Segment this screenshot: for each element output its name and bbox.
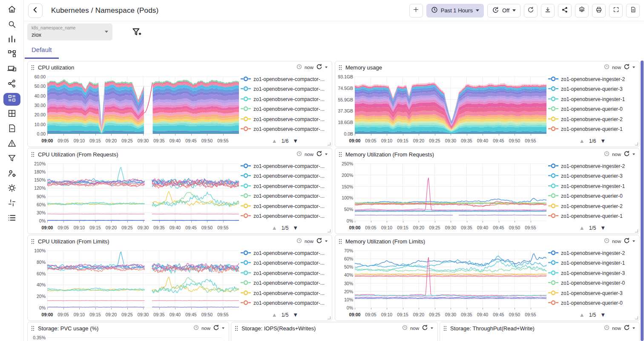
legend-item[interactable]: zo1-openobserve-querier-1	[548, 124, 637, 135]
legend-page-up-icon[interactable]: ▲	[579, 225, 585, 231]
legend-page-down-icon[interactable]: ▼	[293, 138, 298, 144]
sidebar-item-rum[interactable]	[3, 63, 20, 76]
drag-handle-icon[interactable]	[339, 239, 342, 244]
panel-refresh-icon[interactable]	[624, 324, 630, 332]
sidebar-item-slack[interactable]	[3, 197, 20, 210]
chart-plot[interactable]	[355, 77, 546, 134]
legend-item[interactable]: zo1-openobserve-ingester-2	[548, 74, 637, 84]
back-button[interactable]	[28, 3, 43, 18]
sidebar-item-streams[interactable]	[3, 108, 20, 121]
legend-item[interactable]: zo1-openobserve-compactor-...	[241, 211, 329, 222]
panel-menu-caret-icon[interactable]	[431, 327, 433, 329]
legend-item[interactable]: zo1-openobserve-compactor-...	[241, 104, 329, 115]
sidebar-item-search[interactable]	[3, 19, 20, 32]
panel-menu-caret-icon[interactable]	[325, 240, 328, 242]
sidebar-item-functions[interactable]	[3, 153, 20, 165]
legend-item[interactable]: zo1-openobserve-compactor-...	[241, 114, 329, 124]
legend-item[interactable]: zo1-openobserve-compactor-...	[241, 171, 329, 182]
legend-item[interactable]: zo1-openobserve-compactor-...	[241, 278, 329, 289]
legend-item[interactable]: zo1-openobserve-querier-0	[548, 104, 637, 115]
legend-page-down-icon[interactable]: ▼	[293, 312, 298, 318]
auto-refresh-picker[interactable]: Off	[487, 4, 520, 17]
chart-plot[interactable]	[47, 338, 223, 341]
sidebar-item-pipelines[interactable]	[3, 48, 20, 61]
panel-menu-caret-icon[interactable]	[325, 66, 328, 68]
chart-plot[interactable]	[47, 251, 239, 308]
legend-item[interactable]: zo1-openobserve-compactor-...	[241, 84, 329, 95]
legend-page-down-icon[interactable]: ▼	[293, 225, 298, 231]
fullscreen-button[interactable]	[609, 4, 623, 17]
add-panel-button[interactable]	[409, 4, 423, 17]
drag-handle-icon[interactable]	[31, 326, 34, 331]
drag-handle-icon[interactable]	[339, 65, 342, 70]
vertical-scrollbar[interactable]	[641, 61, 644, 341]
legend-page-down-icon[interactable]: ▼	[600, 225, 606, 231]
chart-plot[interactable]	[355, 164, 546, 221]
legend-item[interactable]: zo1-openobserve-compactor-...	[241, 191, 329, 202]
sidebar-item-menu[interactable]	[3, 212, 20, 225]
legend-item[interactable]: zo1-openobserve-querier-0	[548, 191, 637, 202]
legend-item[interactable]: zo1-openobserve-ingester-1	[548, 258, 637, 269]
panel-refresh-icon[interactable]	[316, 237, 322, 246]
legend-page-up-icon[interactable]: ▲	[579, 312, 585, 318]
legend-item[interactable]: zo1-openobserve-ingester-0	[548, 278, 637, 289]
drag-handle-icon[interactable]	[31, 152, 34, 157]
legend-item[interactable]: zo1-openobserve-ingester-1	[548, 94, 637, 104]
legend-item[interactable]: zo1-openobserve-querier-2	[548, 201, 637, 211]
panel-refresh-icon[interactable]	[624, 64, 630, 72]
legend-page-up-icon[interactable]: ▲	[272, 225, 277, 231]
refresh-button[interactable]	[524, 4, 538, 17]
legend-item[interactable]: zo1-openobserve-compactor-...	[241, 181, 329, 191]
legend-page-up-icon[interactable]: ▲	[579, 138, 585, 144]
sidebar-item-iam[interactable]	[3, 168, 20, 181]
print-button[interactable]	[592, 4, 606, 17]
export-button[interactable]	[541, 4, 555, 17]
chart-plot[interactable]	[251, 338, 431, 341]
legend-item[interactable]: zo1-openobserve-compactor-...	[241, 248, 329, 258]
time-range-picker[interactable]: Past 1 Hours	[426, 4, 484, 17]
legend-item[interactable]: zo1-openobserve-ingester-1	[548, 181, 637, 191]
sidebar-item-metrics[interactable]	[3, 34, 20, 46]
json-view-button[interactable]	[626, 4, 640, 17]
sidebar-item-reports[interactable]	[3, 123, 20, 136]
drag-handle-icon[interactable]	[443, 326, 447, 331]
legend-item[interactable]: zo1-openobserve-compactor-...	[241, 124, 329, 135]
panel-refresh-icon[interactable]	[422, 324, 428, 332]
drag-handle-icon[interactable]	[31, 65, 34, 70]
legend-item[interactable]: zo1-openobserve-ingester-2	[548, 248, 637, 258]
legend-page-up-icon[interactable]: ▲	[272, 138, 277, 144]
legend-page-down-icon[interactable]: ▼	[600, 312, 606, 318]
legend-item[interactable]: zo1-openobserve-querier-2	[548, 114, 637, 124]
panel-menu-caret-icon[interactable]	[632, 327, 635, 329]
namespace-variable-select[interactable]: k8s_namespace_name ziox	[27, 23, 112, 40]
legend-item[interactable]: zo1-openobserve-querier-0	[548, 298, 637, 309]
legend-item[interactable]: zo1-openobserve-ingester-2	[548, 161, 637, 171]
drag-handle-icon[interactable]	[339, 152, 342, 157]
legend-item[interactable]: zo1-openobserve-querier-1	[548, 211, 637, 222]
tab-default[interactable]: Default	[32, 46, 52, 53]
panel-refresh-icon[interactable]	[316, 150, 322, 159]
sidebar-item-home[interactable]	[3, 4, 20, 17]
legend-item[interactable]: zo1-openobserve-compactor-...	[241, 201, 329, 211]
sidebar-item-settings[interactable]	[3, 182, 20, 195]
panel-menu-caret-icon[interactable]	[632, 153, 635, 155]
panel-refresh-icon[interactable]	[316, 64, 322, 72]
legend-item[interactable]: zo1-openobserve-compactor-...	[241, 74, 329, 84]
panel-refresh-icon[interactable]	[624, 237, 630, 246]
legend-page-up-icon[interactable]: ▲	[272, 312, 277, 318]
chart-plot[interactable]	[355, 251, 546, 308]
sidebar-item-traces[interactable]	[3, 78, 20, 91]
drag-handle-icon[interactable]	[235, 326, 238, 331]
legend-item[interactable]: zo1-openobserve-compactor-...	[241, 94, 329, 104]
legend-page-down-icon[interactable]: ▼	[600, 138, 606, 144]
legend-item[interactable]: zo1-openobserve-compactor-...	[241, 288, 329, 298]
chart-plot[interactable]	[460, 338, 633, 341]
legend-item[interactable]: zo1-openobserve-ingester-3	[548, 268, 637, 278]
panel-menu-caret-icon[interactable]	[632, 240, 635, 242]
panel-menu-caret-icon[interactable]	[222, 327, 224, 329]
add-filter-button[interactable]	[131, 26, 142, 39]
chart-plot[interactable]	[47, 164, 239, 221]
drag-handle-icon[interactable]	[31, 239, 34, 244]
legend-item[interactable]: zo1-openobserve-querier-3	[548, 288, 637, 298]
panel-menu-caret-icon[interactable]	[632, 66, 635, 68]
